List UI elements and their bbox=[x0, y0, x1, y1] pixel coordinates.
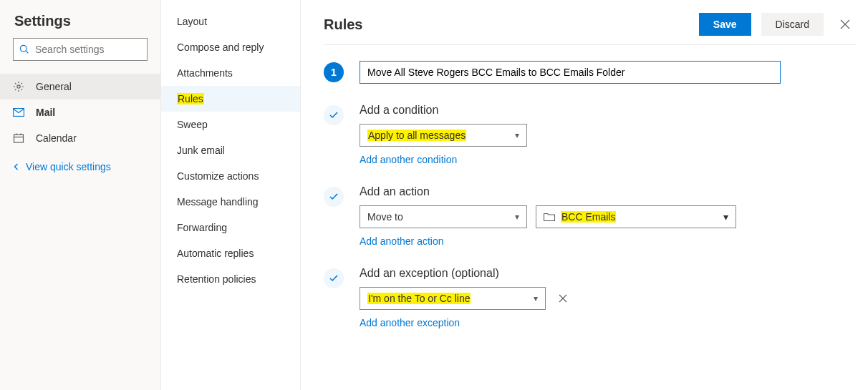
check-icon bbox=[329, 275, 338, 282]
gear-icon bbox=[13, 81, 24, 92]
add-action-link[interactable]: Add another action bbox=[360, 235, 444, 247]
condition-complete-badge bbox=[324, 105, 344, 125]
svg-point-0 bbox=[20, 45, 26, 52]
nav-label-mail: Mail bbox=[36, 107, 55, 118]
chevron-down-icon: ▾ bbox=[515, 130, 519, 140]
page-title: Rules bbox=[324, 16, 362, 33]
action-section: Add an action Move to ▾ BCC Emails ▾ Add… bbox=[324, 185, 857, 247]
exception-complete-badge bbox=[324, 268, 344, 288]
nav-item-calendar[interactable]: Calendar bbox=[0, 125, 160, 151]
subnav-customize-actions[interactable]: Customize actions bbox=[161, 163, 300, 189]
add-exception-link[interactable]: Add another exception bbox=[360, 317, 460, 328]
subnav-forwarding[interactable]: Forwarding bbox=[161, 215, 300, 240]
action-select[interactable]: Move to ▾ bbox=[360, 205, 527, 228]
folder-select[interactable]: BCC Emails ▾ bbox=[536, 205, 736, 228]
condition-value: Apply to all messages bbox=[367, 130, 466, 141]
rule-name-input[interactable] bbox=[360, 61, 781, 84]
mail-subnav: Layout Compose and reply Attachments Rul… bbox=[161, 0, 301, 390]
check-icon bbox=[329, 112, 338, 119]
rule-name-row: 1 bbox=[324, 61, 857, 84]
condition-select[interactable]: Apply to all messages ▾ bbox=[360, 124, 527, 147]
subnav-rules[interactable]: Rules bbox=[161, 86, 300, 112]
search-input[interactable] bbox=[34, 43, 141, 56]
action-value: Move to bbox=[367, 211, 403, 223]
action-complete-badge bbox=[324, 187, 344, 207]
step-badge-1: 1 bbox=[324, 62, 344, 82]
subnav-message-handling[interactable]: Message handling bbox=[161, 189, 300, 215]
exception-value: I'm on the To or Cc line bbox=[367, 293, 471, 304]
search-icon bbox=[19, 44, 29, 54]
calendar-icon bbox=[13, 132, 24, 144]
subnav-automatic-replies[interactable]: Automatic replies bbox=[161, 240, 300, 266]
main-header: Rules Save Discard bbox=[324, 13, 857, 45]
close-button[interactable] bbox=[834, 13, 857, 36]
subnav-compose-reply[interactable]: Compose and reply bbox=[161, 34, 300, 60]
exception-section: Add an exception (optional) I'm on the T… bbox=[324, 267, 857, 328]
chevron-down-icon: ▾ bbox=[534, 293, 538, 303]
condition-section: Add a condition Apply to all messages ▾ … bbox=[324, 104, 857, 165]
svg-line-1 bbox=[26, 51, 28, 53]
nav-item-mail[interactable]: Mail bbox=[0, 99, 160, 125]
remove-exception-button[interactable] bbox=[554, 290, 572, 307]
nav-label-calendar: Calendar bbox=[36, 132, 77, 144]
mail-icon bbox=[13, 107, 24, 118]
close-icon bbox=[840, 19, 850, 29]
save-button[interactable]: Save bbox=[699, 13, 751, 36]
discard-button[interactable]: Discard bbox=[761, 13, 824, 36]
view-quick-settings-link[interactable]: View quick settings bbox=[0, 151, 160, 182]
nav-label-general: General bbox=[36, 81, 72, 92]
exception-label: Add an exception (optional) bbox=[360, 267, 572, 280]
settings-sidebar: Settings General Mail Calendar View quic… bbox=[0, 0, 161, 390]
settings-title: Settings bbox=[0, 13, 160, 38]
svg-point-2 bbox=[17, 85, 20, 88]
subnav-junk-email[interactable]: Junk email bbox=[161, 137, 300, 163]
search-box[interactable] bbox=[13, 38, 148, 61]
subnav-retention-policies[interactable]: Retention policies bbox=[161, 266, 300, 292]
add-condition-link[interactable]: Add another condition bbox=[360, 154, 457, 165]
svg-rect-4 bbox=[14, 135, 24, 142]
subnav-sweep[interactable]: Sweep bbox=[161, 112, 300, 137]
chevron-down-icon: ▾ bbox=[723, 211, 728, 223]
folder-value: BCC Emails bbox=[561, 211, 616, 223]
chevron-down-icon: ▾ bbox=[515, 212, 519, 222]
check-icon bbox=[329, 193, 338, 200]
folder-icon bbox=[544, 213, 555, 221]
rules-editor-pane: Rules Save Discard 1 Add a condition App… bbox=[301, 0, 868, 390]
exception-select[interactable]: I'm on the To or Cc line ▾ bbox=[360, 287, 546, 310]
close-icon bbox=[559, 294, 567, 303]
condition-label: Add a condition bbox=[360, 104, 527, 117]
quick-settings-label: View quick settings bbox=[26, 161, 111, 172]
nav-item-general[interactable]: General bbox=[0, 74, 160, 99]
action-label: Add an action bbox=[360, 185, 736, 198]
subnav-layout[interactable]: Layout bbox=[161, 9, 300, 34]
chevron-left-icon bbox=[13, 163, 20, 170]
subnav-attachments[interactable]: Attachments bbox=[161, 60, 300, 86]
